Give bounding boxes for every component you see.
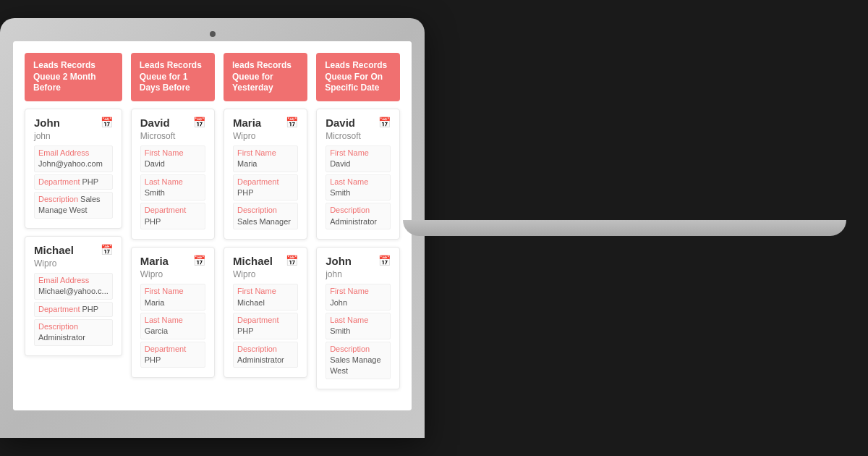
calendar-icon-3-1[interactable]: 📅 <box>378 255 391 266</box>
card-field-0-0-2: Description Sales Manage West <box>34 192 113 219</box>
calendar-icon-0-1[interactable]: 📅 <box>101 244 113 256</box>
field-value-2-0-2: Sales Manager <box>237 217 291 226</box>
card-field-1-0-1: Last Name Smith <box>140 174 205 201</box>
field-value-0-0-0: John@yahoo.com <box>38 159 103 168</box>
field-label-2-1-0: First Name <box>237 287 276 295</box>
screen-content: Leads Records Queue 2 Month BeforeJohn📅j… <box>13 41 412 410</box>
column-header-2: leads Records Queue for Yesterday <box>224 53 307 101</box>
card-0-0[interactable]: John📅johnEmail Address John@yahoo.comDep… <box>25 109 122 229</box>
field-value-2-0-0: Maria <box>237 159 258 168</box>
card-field-0-1-0: Email Address Michael@yahoo.c... <box>34 273 113 300</box>
card-2-1[interactable]: Michael📅WiproFirst Name MichaelDepartmen… <box>224 247 307 378</box>
field-label-2-0-1: Department <box>237 177 278 186</box>
card-header-1-1: Maria📅 <box>140 255 205 267</box>
card-name-2-1: Michael <box>233 255 273 267</box>
field-label-1-0-1: Last Name <box>145 177 183 186</box>
card-2-0[interactable]: Maria📅WiproFirst Name MariaDepartment PH… <box>224 109 307 240</box>
card-1-1[interactable]: Maria📅WiproFirst Name MariaLast Name Gar… <box>131 247 215 378</box>
field-label-1-1-1: Last Name <box>145 316 183 324</box>
calendar-icon-1-1[interactable]: 📅 <box>193 255 205 266</box>
card-field-1-1-1: Last Name Garcia <box>140 313 205 339</box>
card-company-3-0: Microsoft <box>326 131 391 141</box>
card-name-2-0: Maria <box>233 117 261 129</box>
card-field-2-0-2: Description Sales Manager <box>233 203 298 229</box>
field-value-0-1-2: Administrator <box>38 333 85 342</box>
field-value-3-0-2: Administrator <box>330 217 377 226</box>
field-label-3-0-2: Description <box>330 206 370 214</box>
column-1: Leads Records Queue for 1 Days BeforeDav… <box>131 53 215 389</box>
card-field-2-1-2: Description Administrator <box>233 342 298 368</box>
calendar-icon-2-0[interactable]: 📅 <box>286 117 298 128</box>
field-value-0-1-0: Michael@yahoo.c... <box>38 287 109 295</box>
field-label-1-0-0: First Name <box>145 148 184 157</box>
card-3-1[interactable]: John📅johnFirst Name JohnLast Name SmithD… <box>316 247 400 389</box>
column-header-3: Leads Records Queue For On Specific Date <box>316 53 400 101</box>
card-field-3-0-2: Description Administrator <box>326 203 391 229</box>
card-field-1-1-2: Department PHP <box>140 342 205 368</box>
card-field-0-0-1: Department PHP <box>34 174 113 190</box>
field-value-1-0-0: David <box>145 159 165 168</box>
card-field-1-0-0: First Name David <box>140 145 205 172</box>
field-value-2-1-2: Administrator <box>237 355 284 364</box>
card-field-3-1-2: Description Sales Manage West <box>326 342 391 379</box>
field-label-0-0-1: Department <box>38 177 82 186</box>
card-field-3-0-0: First Name David <box>326 145 391 172</box>
card-field-1-0-2: Department PHP <box>140 203 205 229</box>
card-header-3-0: David📅 <box>326 117 391 129</box>
calendar-icon-3-0[interactable]: 📅 <box>378 117 391 128</box>
card-header-2-1: Michael📅 <box>233 255 298 267</box>
calendar-icon-1-0[interactable]: 📅 <box>193 117 205 128</box>
laptop-frame: Leads Records Queue 2 Month BeforeJohn📅j… <box>0 18 425 438</box>
card-0-1[interactable]: Michael📅WiproEmail Address Michael@yahoo… <box>25 236 122 356</box>
column-0: Leads Records Queue 2 Month BeforeJohn📅j… <box>25 53 122 389</box>
field-value-0-1-1: PHP <box>82 305 99 313</box>
field-value-1-1-2: PHP <box>145 355 161 364</box>
field-value-1-0-2: PHP <box>145 217 161 226</box>
field-value-3-1-0: John <box>330 298 347 307</box>
field-value-0-0-1: PHP <box>82 177 99 186</box>
field-label-0-1-2: Description <box>38 322 78 331</box>
calendar-icon-0-0[interactable]: 📅 <box>101 117 113 128</box>
card-field-0-1-1: Department PHP <box>34 302 113 317</box>
column-2: leads Records Queue for YesterdayMaria📅W… <box>224 53 307 389</box>
card-field-2-0-0: First Name Maria <box>233 145 298 172</box>
field-value-3-1-2: Sales Manage West <box>330 355 380 375</box>
card-name-1-0: David <box>140 117 170 129</box>
card-field-0-0-0: Email Address John@yahoo.com <box>34 145 113 172</box>
card-name-0-1: Michael <box>34 244 74 256</box>
field-label-3-1-1: Last Name <box>330 316 368 324</box>
card-3-0[interactable]: David📅MicrosoftFirst Name DavidLast Name… <box>316 109 400 240</box>
field-value-3-0-0: David <box>330 159 350 168</box>
laptop-base <box>403 220 846 236</box>
card-header-1-0: David📅 <box>140 117 205 129</box>
field-value-3-1-1: Smith <box>330 326 350 335</box>
card-company-0-1: Wipro <box>34 258 113 269</box>
field-label-1-1-0: First Name <box>145 287 184 295</box>
field-label-2-1-2: Description <box>237 345 277 353</box>
card-field-2-1-0: First Name Michael <box>233 284 298 311</box>
field-label-3-0-0: First Name <box>330 148 369 157</box>
card-field-3-0-1: Last Name Smith <box>326 174 391 201</box>
card-name-3-0: David <box>326 117 355 129</box>
card-company-0-0: john <box>34 131 113 141</box>
laptop-screen: Leads Records Queue 2 Month BeforeJohn📅j… <box>13 41 412 410</box>
field-value-2-1-0: Michael <box>237 298 265 307</box>
field-label-3-1-2: Description <box>330 345 370 353</box>
card-header-2-0: Maria📅 <box>233 117 298 129</box>
card-field-3-1-0: First Name John <box>326 284 391 311</box>
field-value-1-1-0: Maria <box>145 298 165 307</box>
card-1-0[interactable]: David📅MicrosoftFirst Name DavidLast Name… <box>131 109 215 240</box>
field-label-2-0-0: First Name <box>237 148 276 157</box>
card-company-2-0: Wipro <box>233 131 298 141</box>
column-header-1: Leads Records Queue for 1 Days Before <box>131 53 215 101</box>
card-header-3-1: John📅 <box>326 255 391 267</box>
field-label-1-0-2: Department <box>145 206 186 214</box>
card-company-3-1: john <box>326 269 391 279</box>
calendar-icon-2-1[interactable]: 📅 <box>286 255 298 266</box>
kanban-grid: Leads Records Queue 2 Month BeforeJohn📅j… <box>25 53 400 389</box>
card-company-1-0: Microsoft <box>140 131 205 141</box>
field-label-2-1-1: Department <box>237 316 278 324</box>
camera <box>210 31 216 37</box>
card-field-2-1-1: Department PHP <box>233 313 298 339</box>
card-company-1-1: Wipro <box>140 269 205 279</box>
